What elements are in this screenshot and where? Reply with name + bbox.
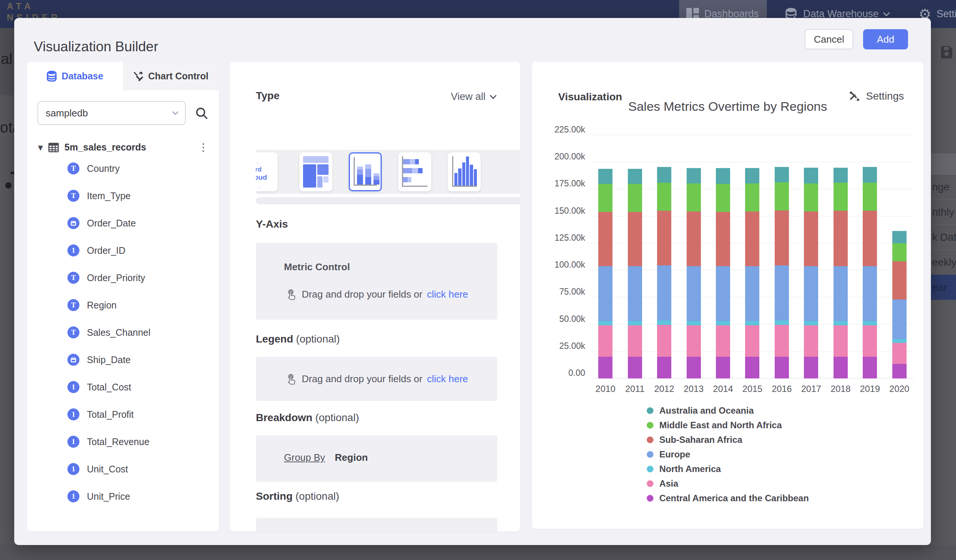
bar-segment[interactable] bbox=[804, 357, 818, 378]
group-by-label[interactable]: Group By bbox=[284, 452, 325, 463]
bar-segment[interactable] bbox=[716, 168, 730, 184]
bar-segment[interactable] bbox=[716, 325, 730, 357]
view-all-dropdown[interactable]: View all bbox=[451, 91, 495, 103]
bar-segment[interactable] bbox=[892, 300, 907, 339]
bar-segment[interactable] bbox=[863, 321, 877, 326]
stacked-bar-2013[interactable] bbox=[687, 168, 701, 378]
field-item-sales_channel[interactable]: TSales_Channel bbox=[68, 326, 151, 339]
field-item-total_revenue[interactable]: 1Total_Revenue bbox=[68, 435, 149, 448]
bar-segment[interactable] bbox=[863, 357, 877, 378]
bar-segment[interactable] bbox=[804, 212, 818, 266]
field-item-unit_price[interactable]: 1Unit_Price bbox=[68, 490, 130, 503]
bar-segment[interactable] bbox=[892, 339, 907, 343]
legend-item[interactable]: Central America and the Caribbean bbox=[646, 491, 809, 505]
bar-segment[interactable] bbox=[687, 184, 701, 212]
bar-segment[interactable] bbox=[687, 168, 701, 183]
field-item-item_type[interactable]: TItem_Type bbox=[68, 190, 131, 202]
bar-segment[interactable] bbox=[863, 325, 877, 357]
bar-segment[interactable] bbox=[687, 321, 701, 326]
bar-segment[interactable] bbox=[628, 325, 642, 357]
stacked-bar-2018[interactable] bbox=[833, 168, 848, 378]
bar-segment[interactable] bbox=[657, 211, 671, 265]
bar-segment[interactable] bbox=[804, 266, 818, 321]
bar-segment[interactable] bbox=[775, 320, 789, 325]
bar-segment[interactable] bbox=[892, 231, 907, 243]
bar-segment[interactable] bbox=[833, 357, 848, 378]
field-item-ship_date[interactable]: Ship_Date bbox=[68, 353, 131, 366]
stacked-bar-2011[interactable] bbox=[628, 169, 642, 378]
bar-segment[interactable] bbox=[745, 168, 759, 183]
kebab-menu-icon[interactable]: ⋮ bbox=[198, 141, 209, 154]
bar-segment[interactable] bbox=[833, 183, 848, 211]
bar-segment[interactable] bbox=[833, 325, 848, 357]
bar-segment[interactable] bbox=[687, 266, 701, 321]
bar-segment[interactable] bbox=[628, 357, 642, 378]
stacked-bar-2019[interactable] bbox=[863, 167, 877, 378]
bar-segment[interactable] bbox=[745, 184, 759, 212]
bar-segment[interactable] bbox=[863, 211, 877, 266]
chart-type-stacked-bar[interactable] bbox=[398, 152, 431, 191]
bar-segment[interactable] bbox=[598, 212, 612, 266]
bar-segment[interactable] bbox=[863, 266, 877, 321]
bar-segment[interactable] bbox=[598, 325, 612, 357]
table-tree-node[interactable]: ▾ 5m_sales_records ⋮ bbox=[38, 141, 209, 154]
bar-segment[interactable] bbox=[804, 321, 818, 326]
bar-segment[interactable] bbox=[775, 265, 789, 320]
field-item-country[interactable]: TCountry bbox=[68, 162, 120, 175]
tab-chart-control[interactable]: Chart Control bbox=[123, 62, 219, 90]
legend-dropzone[interactable]: Drag and drop your fields or click here bbox=[256, 357, 497, 401]
bar-segment[interactable] bbox=[745, 212, 759, 266]
bar-segment[interactable] bbox=[657, 183, 671, 211]
bar-segment[interactable] bbox=[716, 184, 730, 212]
bar-segment[interactable] bbox=[657, 357, 671, 378]
search-icon[interactable] bbox=[195, 106, 208, 120]
bar-segment[interactable] bbox=[628, 266, 642, 321]
bar-segment[interactable] bbox=[628, 212, 642, 266]
stacked-bar-2012[interactable] bbox=[657, 167, 671, 378]
bar-segment[interactable] bbox=[598, 266, 612, 321]
chart-type-word-cloud[interactable]: WordCloud~~~~~~~~~~ bbox=[256, 152, 278, 191]
bar-segment[interactable] bbox=[598, 169, 612, 184]
bar-segment[interactable] bbox=[598, 321, 612, 326]
metric-control-dropzone[interactable]: Metric Control Drag and drop your fields… bbox=[256, 243, 497, 320]
bar-segment[interactable] bbox=[775, 357, 789, 378]
bar-segment[interactable] bbox=[775, 182, 789, 210]
bar-segment[interactable] bbox=[804, 168, 818, 184]
bar-segment[interactable] bbox=[687, 325, 701, 357]
chart-type-stacked-column[interactable] bbox=[349, 152, 382, 191]
bar-segment[interactable] bbox=[745, 321, 759, 326]
field-item-region[interactable]: TRegion bbox=[68, 299, 116, 311]
bar-segment[interactable] bbox=[598, 357, 612, 378]
bar-segment[interactable] bbox=[833, 266, 848, 321]
bar-segment[interactable] bbox=[598, 184, 612, 212]
click-here-link[interactable]: click here bbox=[427, 373, 468, 385]
caret-down-icon[interactable]: ▾ bbox=[38, 142, 43, 153]
bar-segment[interactable] bbox=[716, 212, 730, 266]
bar-segment[interactable] bbox=[833, 168, 848, 183]
bar-segment[interactable] bbox=[628, 321, 642, 326]
bar-segment[interactable] bbox=[775, 325, 789, 357]
bar-segment[interactable] bbox=[657, 167, 671, 183]
bar-segment[interactable] bbox=[716, 357, 730, 378]
bar-segment[interactable] bbox=[804, 184, 818, 212]
add-button[interactable]: Add bbox=[863, 29, 908, 49]
bar-segment[interactable] bbox=[892, 364, 907, 378]
bar-segment[interactable] bbox=[628, 184, 642, 212]
legend-item[interactable]: Europe bbox=[646, 447, 809, 461]
bar-segment[interactable] bbox=[863, 167, 877, 183]
bar-segment[interactable] bbox=[745, 266, 759, 321]
field-item-order_id[interactable]: 1Order_ID bbox=[68, 244, 126, 257]
field-item-unit_cost[interactable]: 1Unit_Cost bbox=[68, 463, 128, 475]
stacked-bar-2020[interactable] bbox=[892, 231, 907, 378]
stacked-bar-2010[interactable] bbox=[598, 169, 612, 378]
bar-segment[interactable] bbox=[657, 320, 671, 325]
stacked-bar-2015[interactable] bbox=[745, 168, 759, 378]
bar-segment[interactable] bbox=[716, 266, 730, 321]
legend-item[interactable]: Middle East and North Africa bbox=[646, 418, 809, 432]
bar-segment[interactable] bbox=[804, 325, 818, 357]
bar-segment[interactable] bbox=[892, 343, 907, 364]
bar-segment[interactable] bbox=[687, 357, 701, 378]
field-item-order_priority[interactable]: TOrder_Priority bbox=[68, 271, 145, 284]
database-select[interactable]: sampledb bbox=[38, 101, 186, 125]
bar-segment[interactable] bbox=[833, 211, 848, 266]
